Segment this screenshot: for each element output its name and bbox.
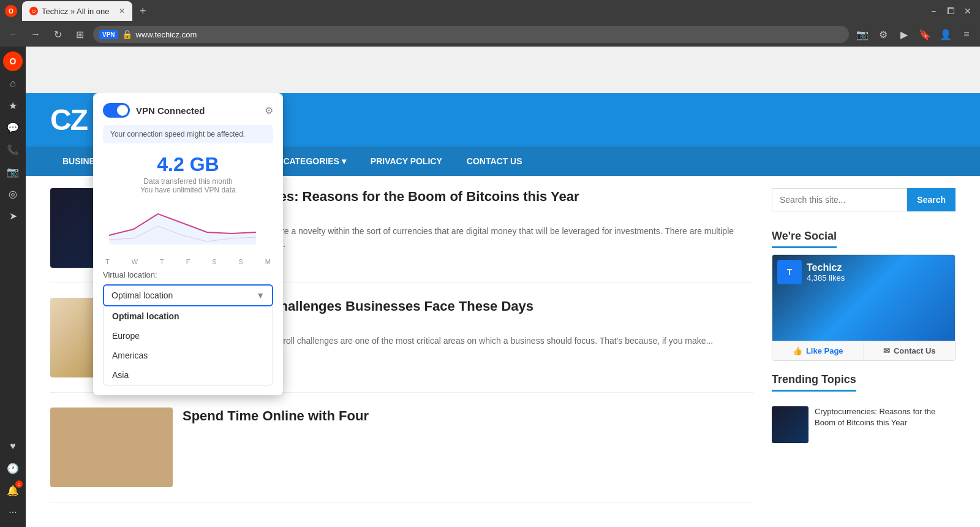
- minimize-button[interactable]: −: [926, 4, 941, 18]
- close-button[interactable]: ✕: [960, 4, 975, 18]
- sidebar-icon-opera[interactable]: O: [3, 51, 23, 71]
- refresh-button[interactable]: ↻: [49, 26, 66, 43]
- fb-logo-area: T Techicz 4,385 likes: [777, 260, 845, 284]
- chart-label-w: W: [132, 258, 138, 265]
- sidebar-icon-messenger[interactable]: 💬: [3, 118, 23, 137]
- location-option-europe[interactable]: Europe: [104, 326, 273, 346]
- chart-label-f: F: [186, 258, 190, 265]
- search-input[interactable]: [772, 188, 907, 211]
- contact-us-button[interactable]: ✉ Contact Us: [864, 341, 956, 360]
- fb-name: Techicz: [807, 262, 845, 273]
- nav-item-categories[interactable]: CATEGORIES ▾: [271, 146, 358, 176]
- notification-badge: 1: [15, 480, 23, 488]
- address-input-container[interactable]: VPN 🔒 www.techicz.com: [93, 26, 849, 43]
- back-button[interactable]: ←: [5, 26, 22, 43]
- search-button[interactable]: Search: [907, 188, 956, 211]
- contact-label: Contact Us: [894, 346, 936, 355]
- location-option-americas[interactable]: Americas: [104, 346, 273, 365]
- sidebar-icon-star[interactable]: ★: [3, 96, 23, 115]
- social-section-title: We're Social: [772, 230, 837, 248]
- vpn-usage-chart: [103, 202, 273, 251]
- tab-close-button[interactable]: ✕: [119, 7, 125, 15]
- fb-logo: T: [777, 260, 802, 284]
- vpn-data-section: 4.2 GB Data transferred this month You h…: [103, 153, 273, 194]
- article-title-2[interactable]: Spend Time Online with Four: [183, 408, 753, 425]
- vpn-data-amount: 4.2 GB: [103, 153, 273, 176]
- menu-icon[interactable]: ≡: [958, 26, 975, 43]
- like-page-label: Like Page: [806, 346, 843, 355]
- like-icon: 👍: [793, 346, 802, 355]
- nav-item-privacy[interactable]: PRIVACY POLICY: [358, 146, 454, 176]
- camera-icon[interactable]: 📷: [854, 26, 871, 43]
- location-select[interactable]: Optimal location ▼: [103, 284, 273, 306]
- article-info-2: Spend Time Online with Four: [183, 408, 753, 487]
- sidebar-icon-location[interactable]: ◎: [3, 184, 23, 203]
- nav-item-contact[interactable]: CONTACT US: [454, 146, 535, 176]
- title-bar: O O Techicz » All in one ✕ + − ⧠ ✕: [0, 0, 980, 22]
- chart-label-s1: S: [212, 258, 216, 265]
- sidebar-icon-more[interactable]: ···: [3, 502, 23, 522]
- grid-button[interactable]: ⊞: [71, 26, 88, 43]
- page-content: VPN Connected ⚙ Your connection speed mi…: [26, 93, 980, 527]
- contact-icon: ✉: [883, 346, 890, 355]
- chart-label-m: M: [265, 258, 271, 265]
- chart-label-t1: T: [105, 258, 110, 265]
- address-text: www.techicz.com: [136, 30, 197, 39]
- play-icon[interactable]: ▶: [895, 26, 913, 43]
- vpn-warning-text: Your connection speed might be affected.: [103, 125, 273, 143]
- vpn-header: VPN Connected ⚙: [103, 103, 273, 118]
- vpn-data-label: Data transferred this month: [103, 177, 273, 186]
- vpn-badge: VPN: [99, 30, 118, 39]
- forward-button[interactable]: →: [27, 26, 44, 43]
- sidebar-icon-whatsapp[interactable]: 📞: [3, 140, 23, 159]
- new-tab-button[interactable]: +: [140, 5, 146, 18]
- sidebar-icon-notifications[interactable]: 🔔 1: [3, 480, 23, 500]
- extensions-icon[interactable]: ⚙: [875, 26, 892, 43]
- selected-location-text: Optimal location: [111, 290, 173, 300]
- active-tab[interactable]: O Techicz » All in one ✕: [22, 1, 132, 21]
- trending-thumb-0: [772, 406, 809, 443]
- location-dropdown-arrow: ▼: [256, 290, 265, 300]
- chart-label-t2: T: [160, 258, 164, 265]
- fb-likes: 4,385 likes: [807, 273, 845, 282]
- trending-title: Trending Topics: [772, 373, 856, 392]
- window-controls: − ⧠ ✕: [926, 4, 975, 18]
- sidebar-icon-instagram[interactable]: 📷: [3, 162, 23, 181]
- trending-section: Trending Topics Cryptocurrencies: Reason…: [772, 373, 956, 443]
- fb-info: Techicz 4,385 likes: [807, 262, 845, 282]
- social-actions: 👍 Like Page ✉ Contact Us: [772, 341, 955, 360]
- tab-title: Techicz » All in one: [42, 7, 110, 16]
- virtual-location-label: Virtual location:: [103, 270, 273, 279]
- vpn-unlimited-text: You have unlimited VPN data: [103, 186, 273, 194]
- chart-day-labels: T W T F S S M: [103, 258, 273, 265]
- sidebar-icon-clock[interactable]: 🕐: [3, 458, 23, 478]
- sidebar-icon-send[interactable]: ➤: [3, 206, 23, 226]
- vpn-title: VPN Connected: [136, 105, 205, 116]
- maximize-button[interactable]: ⧠: [943, 4, 958, 18]
- address-bar: ← → ↻ ⊞ VPN 🔒 www.techicz.com 📷 ⚙ ▶ 🔖 👤 …: [0, 22, 980, 47]
- sidebar-area: Search We're Social T Techicz 4,385 like…: [772, 188, 956, 517]
- bookmark-icon[interactable]: 🔖: [916, 26, 933, 43]
- chart-label-s2: S: [239, 258, 243, 265]
- like-page-button[interactable]: 👍 Like Page: [772, 341, 864, 360]
- profile-icon[interactable]: 👤: [937, 26, 954, 43]
- trending-item-title-0[interactable]: Cryptocurrencies: Reasons for the Boom o…: [815, 406, 956, 443]
- vpn-toggle[interactable]: [103, 103, 130, 118]
- location-option-optimal[interactable]: Optimal location: [104, 306, 273, 326]
- vpn-settings-icon[interactable]: ⚙: [265, 105, 273, 116]
- social-widget-image: T Techicz 4,385 likes: [772, 255, 955, 341]
- location-option-asia[interactable]: Asia: [104, 365, 273, 385]
- lock-icon: 🔒: [122, 29, 132, 39]
- trending-item-0: Cryptocurrencies: Reasons for the Boom o…: [772, 406, 956, 443]
- location-dropdown: Optimal location Europe Americas Asia: [103, 306, 273, 385]
- sidebar-icon-home[interactable]: ⌂: [3, 74, 23, 93]
- vpn-popup: VPN Connected ⚙ Your connection speed mi…: [93, 93, 283, 395]
- search-box: Search: [772, 188, 956, 211]
- site-logo: CZ: [50, 103, 87, 137]
- social-widget: T Techicz 4,385 likes 👍 Like Page: [772, 254, 956, 361]
- left-sidebar: O ⌂ ★ 💬 📞 📷 ◎ ➤ ♥ 🕐 🔔 1 ···: [0, 47, 26, 527]
- browser-logo: O: [5, 5, 17, 17]
- sidebar-icon-heart[interactable]: ♥: [3, 436, 23, 456]
- social-section: We're Social T Techicz 4,385 likes: [772, 230, 956, 361]
- article-card-2: Spend Time Online with Four: [50, 408, 753, 502]
